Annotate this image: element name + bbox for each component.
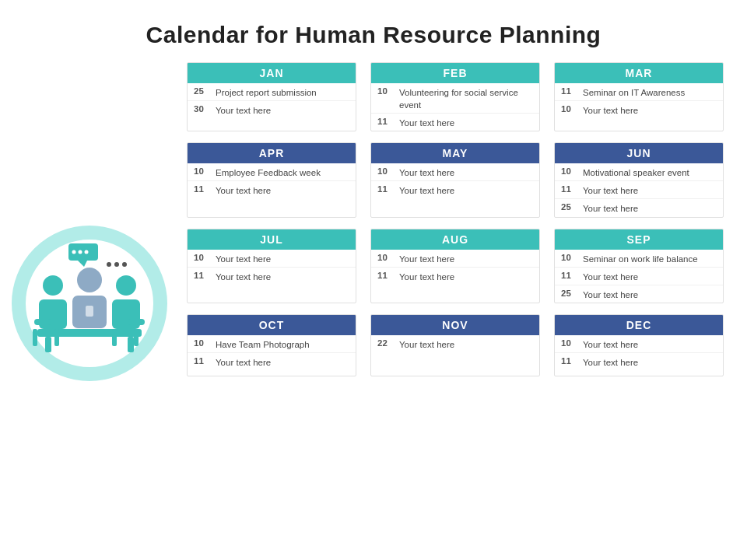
event-row: 10Your text here: [371, 250, 539, 268]
event-row: 10Seminar on work life balance: [555, 250, 723, 268]
event-day: 10: [194, 166, 211, 176]
event-text: Your text here: [583, 104, 638, 117]
event-day: 10: [561, 253, 578, 262]
event-day: 11: [194, 356, 211, 366]
svg-point-14: [77, 268, 102, 292]
event-row: 22Your text here: [371, 335, 539, 352]
event-row: 11Your text here: [555, 181, 723, 199]
event-text: Volunteering for social service event: [399, 86, 533, 111]
event-text: Employee Feedback week: [216, 166, 321, 179]
event-text: Your text here: [583, 338, 638, 351]
event-day: 11: [194, 271, 211, 280]
month-block-may: MAY10Your text here11Your text here: [370, 142, 540, 217]
page: Calendar for Human Resource Planning: [0, 0, 747, 560]
svg-rect-13: [128, 319, 145, 325]
event-row: 25Your text here: [555, 285, 723, 303]
event-day: 11: [194, 184, 211, 194]
event-day: 11: [377, 184, 395, 194]
event-day: 10: [561, 104, 578, 114]
svg-rect-22: [112, 329, 117, 346]
month-block-nov: NOV22Your text here: [370, 314, 540, 376]
event-row: 10Your text here: [188, 250, 356, 268]
event-row: 11Your text here: [555, 268, 723, 285]
event-text: Your text here: [583, 202, 638, 215]
event-day: 10: [377, 86, 395, 96]
event-day: 11: [561, 271, 578, 280]
month-header-mar: MAR: [555, 63, 723, 83]
event-row: 11Your text here: [188, 181, 356, 198]
page-title: Calendar for Human Resource Planning: [146, 22, 601, 48]
event-text: Seminar on work life balance: [583, 253, 698, 265]
month-header-nov: NOV: [371, 315, 539, 335]
svg-rect-10: [34, 319, 51, 325]
event-text: Have Team Photograph: [216, 338, 310, 351]
event-day: 25: [194, 86, 211, 96]
event-row: 11Your text here: [188, 353, 356, 370]
svg-point-5: [107, 262, 111, 267]
svg-rect-19: [128, 337, 134, 352]
svg-point-11: [116, 275, 136, 296]
event-day: 10: [561, 338, 578, 348]
event-row: 10Your text here: [555, 335, 723, 353]
event-text: Your text here: [399, 338, 454, 351]
event-day: 11: [377, 271, 395, 280]
svg-marker-1: [78, 261, 87, 267]
event-day: 11: [561, 356, 578, 366]
illustration-area: [0, 62, 179, 560]
event-row: 30Your text here: [188, 101, 356, 118]
event-row: 10Volunteering for social service event: [371, 83, 539, 114]
event-text: Your text here: [399, 253, 454, 265]
event-row: 10Your text here: [555, 101, 723, 118]
svg-rect-17: [37, 329, 142, 337]
event-row: 11Your text here: [371, 114, 539, 131]
month-block-jan: JAN25Project report submission30Your tex…: [187, 62, 356, 131]
svg-point-3: [79, 250, 82, 254]
event-text: Your text here: [399, 184, 454, 197]
event-day: 10: [194, 338, 211, 348]
event-text: Your text here: [583, 271, 638, 283]
event-row: 11Your text here: [188, 268, 356, 285]
event-day: 10: [194, 253, 211, 262]
event-text: Your text here: [216, 271, 271, 283]
month-block-aug: AUG10Your text here11Your text here: [370, 229, 540, 303]
svg-point-6: [114, 262, 119, 267]
svg-point-2: [72, 250, 76, 254]
event-row: 11Your text here: [555, 353, 723, 370]
main-content: JAN25Project report submission30Your tex…: [0, 62, 747, 560]
month-header-jul: JUL: [188, 229, 356, 250]
month-header-feb: FEB: [371, 63, 539, 83]
people-icon-group: [23, 237, 156, 362]
month-header-jun: JUN: [555, 143, 723, 163]
event-text: Your text here: [216, 253, 271, 265]
month-block-oct: OCT10Have Team Photograph11Your text her…: [187, 314, 356, 376]
month-header-sep: SEP: [555, 229, 723, 250]
calendar-grid: JAN25Project report submission30Your tex…: [179, 62, 747, 560]
event-row: 10Have Team Photograph: [188, 335, 356, 353]
event-row: 25Your text here: [555, 199, 723, 216]
svg-rect-16: [86, 306, 93, 317]
month-header-may: MAY: [371, 143, 539, 163]
svg-point-7: [122, 262, 127, 267]
event-day: 11: [561, 86, 578, 96]
svg-point-8: [43, 275, 63, 296]
event-text: Your text here: [399, 271, 454, 283]
month-block-jun: JUN10Motivational speaker event11Your te…: [554, 142, 724, 217]
event-text: Project report submission: [216, 86, 317, 99]
event-day: 25: [561, 289, 578, 298]
people-illustration: [23, 237, 156, 362]
event-row: 11Your text here: [371, 181, 539, 198]
event-row: 11Seminar on IT Awareness: [555, 83, 723, 101]
month-header-dec: DEC: [555, 315, 723, 335]
month-block-jul: JUL10Your text here11Your text here: [187, 229, 356, 303]
svg-rect-20: [33, 329, 37, 346]
svg-rect-21: [54, 329, 59, 346]
month-header-apr: APR: [188, 143, 356, 163]
month-block-dec: DEC10Your text here11Your text here: [554, 314, 724, 376]
event-row: 11Your text here: [371, 268, 539, 285]
month-block-apr: APR10Employee Feedback week11Your text h…: [187, 142, 356, 217]
event-day: 25: [561, 202, 578, 212]
event-text: Your text here: [216, 104, 271, 117]
event-day: 11: [561, 184, 578, 194]
event-text: Your text here: [583, 356, 638, 369]
event-text: Your text here: [216, 356, 271, 369]
